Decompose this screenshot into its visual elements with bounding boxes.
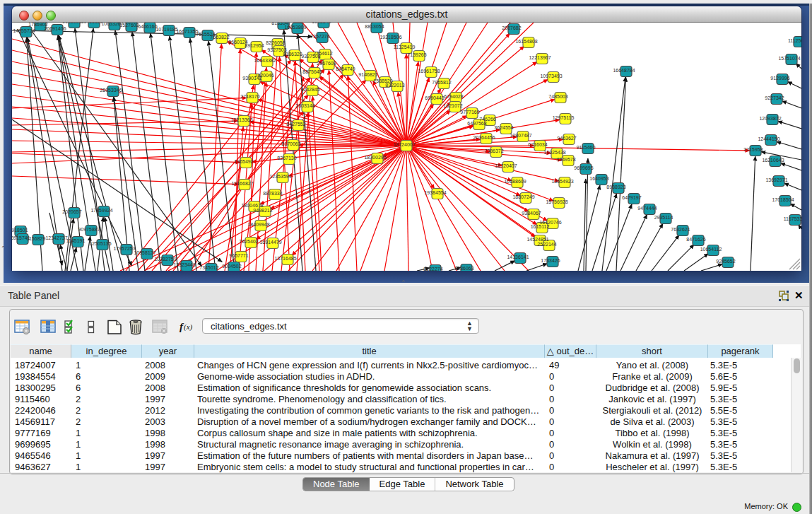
svg-text:10688609: 10688609 <box>504 179 526 184</box>
svg-text:9115460: 9115460 <box>577 145 596 150</box>
svg-text:1527602: 1527602 <box>119 23 139 28</box>
svg-text:2935114: 2935114 <box>654 215 673 220</box>
svg-text:9463627: 9463627 <box>557 136 576 141</box>
svg-text:2087682: 2087682 <box>502 25 521 30</box>
svg-text:18724007: 18724007 <box>393 142 415 147</box>
svg-text:12975115: 12975115 <box>553 115 575 120</box>
svg-text:13654923: 13654923 <box>551 179 573 184</box>
svg-text:1167533: 1167533 <box>784 216 801 221</box>
svg-text:18807249: 18807249 <box>512 194 534 199</box>
svg-text:19166827: 19166827 <box>231 181 253 186</box>
svg-text:8186328: 8186328 <box>283 52 302 57</box>
svg-text:6990443: 6990443 <box>425 95 444 100</box>
svg-text:8471626: 8471626 <box>686 237 705 242</box>
svg-text:10025438: 10025438 <box>543 150 565 155</box>
svg-text:8267130: 8267130 <box>277 156 296 160</box>
svg-text:2967608: 2967608 <box>317 61 336 66</box>
svg-text:7955812: 7955812 <box>432 80 451 85</box>
svg-text:1965492: 1965492 <box>234 159 253 164</box>
svg-text:8912954: 8912954 <box>245 43 264 48</box>
svg-text:6794028: 6794028 <box>444 94 463 99</box>
svg-text:2522144: 2522144 <box>537 242 556 247</box>
svg-text:8226058: 8226058 <box>266 40 285 45</box>
svg-text:12093872: 12093872 <box>759 116 781 121</box>
svg-text:1615112: 1615112 <box>531 224 550 229</box>
svg-text:6479197: 6479197 <box>622 195 641 200</box>
svg-text:8427552: 8427552 <box>286 122 305 127</box>
svg-text:7625402: 7625402 <box>239 239 258 244</box>
svg-text:15756928: 15756928 <box>546 199 567 204</box>
svg-text:1733426: 1733426 <box>541 258 560 263</box>
svg-text:9384067: 9384067 <box>522 211 541 216</box>
svg-text:18300295: 18300295 <box>364 155 386 160</box>
svg-text:9699695: 9699695 <box>574 165 593 170</box>
svg-text:6216034: 6216034 <box>528 142 547 147</box>
svg-text:(x): (x) <box>184 322 193 332</box>
svg-text:13716485: 13716485 <box>274 256 296 261</box>
svg-text:4349578: 4349578 <box>556 157 575 162</box>
svg-text:14524851: 14524851 <box>526 237 548 242</box>
svg-text:8122274: 8122274 <box>423 267 442 271</box>
svg-text:17359924: 17359924 <box>90 208 112 213</box>
svg-text:10973493: 10973493 <box>540 74 562 78</box>
svg-text:2754612: 2754612 <box>313 51 332 56</box>
svg-text:14136141: 14136141 <box>507 255 529 259</box>
svg-text:18004678: 18004678 <box>241 203 263 208</box>
svg-text:15720407: 15720407 <box>495 163 517 168</box>
svg-text:9498212: 9498212 <box>253 208 272 213</box>
svg-text:18409948: 18409948 <box>247 222 269 227</box>
svg-text:9227342: 9227342 <box>765 95 784 100</box>
svg-text:2718170: 2718170 <box>240 94 259 99</box>
svg-text:12444150: 12444150 <box>758 136 779 141</box>
svg-text:14055724: 14055724 <box>13 28 35 33</box>
svg-text:9390142: 9390142 <box>242 76 261 81</box>
svg-text:11325419: 11325419 <box>394 45 416 49</box>
svg-text:1903342: 1903342 <box>312 23 331 24</box>
svg-text:16671355: 16671355 <box>176 29 198 34</box>
svg-text:17957253: 17957253 <box>113 246 135 251</box>
svg-text:28053346: 28053346 <box>100 88 122 93</box>
svg-text:3624554: 3624554 <box>494 125 513 130</box>
svg-text:7632621: 7632621 <box>671 227 690 232</box>
svg-text:6497568: 6497568 <box>467 121 486 126</box>
svg-text:9024502: 9024502 <box>222 264 241 269</box>
svg-text:7139265: 7139265 <box>407 52 426 57</box>
svg-text:19384554: 19384554 <box>424 190 446 195</box>
svg-text:90975887: 90975887 <box>78 227 100 232</box>
svg-text:3215958: 3215958 <box>743 147 763 152</box>
svg-text:10719185: 10719185 <box>155 27 177 32</box>
svg-text:20364456: 20364456 <box>473 135 495 140</box>
svg-text:8454749: 8454749 <box>336 66 355 71</box>
svg-text:9129996: 9129996 <box>770 76 789 81</box>
svg-text:10466119: 10466119 <box>81 23 103 24</box>
svg-text:1112503: 1112503 <box>788 38 801 43</box>
svg-text:16648784: 16648784 <box>613 68 635 73</box>
svg-text:8875645: 8875645 <box>302 69 322 74</box>
svg-text:7485003: 7485003 <box>548 94 567 99</box>
svg-text:12213967: 12213967 <box>529 55 551 60</box>
svg-text:16914479: 16914479 <box>259 240 281 245</box>
svg-text:2020657: 2020657 <box>62 209 81 214</box>
svg-text:9031998: 9031998 <box>62 23 81 24</box>
svg-text:12323446: 12323446 <box>173 262 195 267</box>
svg-text:12505135: 12505135 <box>89 241 111 246</box>
svg-text:9777169: 9777169 <box>460 110 479 115</box>
svg-text:10654112: 10654112 <box>700 247 722 252</box>
svg-text:17018504: 17018504 <box>772 197 794 202</box>
svg-text:9146821: 9146821 <box>358 72 377 77</box>
svg-text:8322013: 8322013 <box>385 83 404 88</box>
svg-text:6466160: 6466160 <box>138 24 157 29</box>
svg-text:12353594: 12353594 <box>269 174 291 179</box>
svg-text:8938923: 8938923 <box>606 185 625 189</box>
svg-text:15751074: 15751074 <box>778 56 800 61</box>
svg-text:10807487: 10807487 <box>510 133 531 138</box>
svg-text:1156829: 1156829 <box>27 236 46 241</box>
svg-text:16210643: 16210643 <box>762 158 784 163</box>
svg-text:20691406: 20691406 <box>44 26 66 31</box>
svg-text:7663822: 7663822 <box>210 35 229 40</box>
svg-text:16543382: 16543382 <box>254 58 276 63</box>
svg-text:1621072: 1621072 <box>443 103 462 108</box>
svg-text:8170063: 8170063 <box>281 141 300 146</box>
svg-text:13692971: 13692971 <box>765 177 787 182</box>
svg-text:9136063: 9136063 <box>454 266 473 271</box>
